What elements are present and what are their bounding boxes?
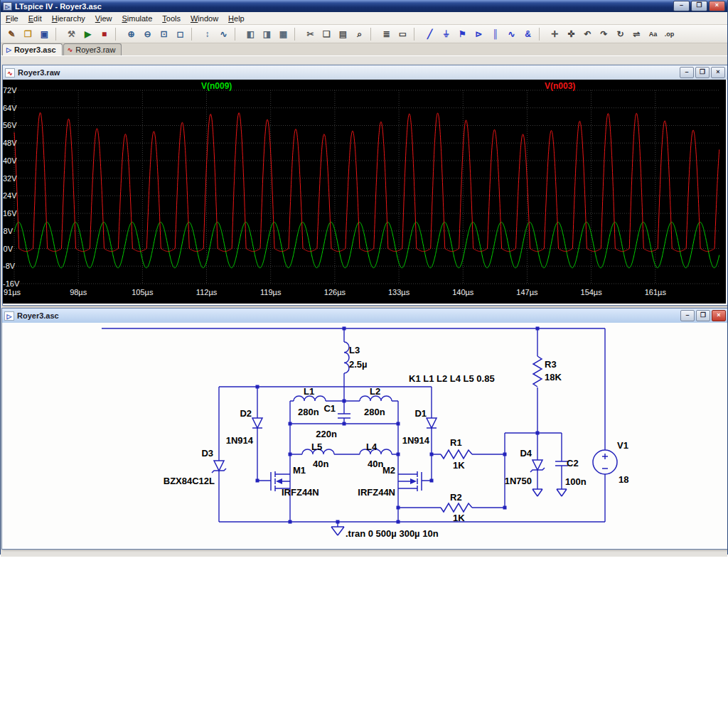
copy-button[interactable]: ❏: [319, 26, 334, 41]
wave-maximize-button[interactable]: ❐: [695, 67, 710, 78]
value-D1[interactable]: 1N914: [402, 435, 430, 446]
ground-symbol-main[interactable]: [331, 527, 344, 535]
control-panel-button[interactable]: ⚒: [64, 26, 79, 41]
text-button[interactable]: Aa: [646, 26, 660, 41]
schem-close-button[interactable]: ×: [712, 310, 726, 321]
ground-symbol-d4[interactable]: [532, 489, 542, 496]
redo-button[interactable]: ↷: [596, 26, 611, 41]
value-D3[interactable]: BZX84C12L: [164, 476, 215, 486]
component-D2[interactable]: [252, 418, 262, 428]
value-D2[interactable]: 1N914: [226, 435, 254, 446]
component-V1[interactable]: [593, 450, 617, 474]
component-R1[interactable]: [441, 450, 472, 459]
schematic-drawing[interactable]: L3 2.5µ K1 L1 L2 L4 L5 0.85 R3 18K L1 28…: [2, 323, 727, 547]
cut-button[interactable]: ✂: [303, 26, 318, 41]
menu-window[interactable]: Window: [186, 14, 223, 23]
component-R3[interactable]: [533, 356, 542, 387]
component-M2[interactable]: [398, 471, 422, 491]
label-D1[interactable]: D1: [414, 408, 427, 419]
zoom-out-button[interactable]: ⊖: [140, 26, 155, 41]
label-R1[interactable]: R1: [450, 437, 462, 448]
component-D1[interactable]: [427, 418, 437, 428]
draw-wire-button[interactable]: ╱: [422, 26, 437, 41]
place-ground-button[interactable]: ⏚: [439, 26, 454, 41]
label-D4[interactable]: D4: [520, 448, 532, 459]
cascade-windows-button[interactable]: ▦: [276, 26, 291, 41]
waveform-plot[interactable]: [3, 80, 726, 304]
mirror-button[interactable]: ⇌: [629, 26, 644, 41]
waveform-window-titlebar[interactable]: ∿ Royer3.raw – ❐ ×: [3, 65, 727, 80]
label-C1[interactable]: C1: [323, 403, 336, 414]
waveform-plot-area[interactable]: V(n009) V(n003) 72V64V56V48V40V32V24V16V…: [3, 80, 726, 304]
label-L3[interactable]: L3: [349, 345, 360, 355]
app-maximize-button[interactable]: ❐: [691, 1, 707, 11]
menu-tools[interactable]: Tools: [157, 14, 186, 23]
value-L4[interactable]: 40n: [368, 459, 383, 469]
app-titlebar[interactable]: ▷ LTspice IV - Royer3.asc – ❐ ×: [1, 0, 727, 12]
label-V1[interactable]: V1: [617, 440, 628, 451]
tab-royer3.raw[interactable]: ∿Royer3.raw: [63, 43, 122, 55]
schem-minimize-button[interactable]: –: [680, 310, 695, 321]
undo-button[interactable]: ↶: [580, 26, 595, 41]
menu-edit[interactable]: Edit: [23, 14, 47, 23]
label-D2[interactable]: D2: [240, 408, 252, 419]
value-L2[interactable]: 280n: [364, 407, 385, 417]
value-D4[interactable]: 1N750: [505, 476, 532, 486]
value-L5[interactable]: 40n: [313, 459, 328, 469]
tab-royer3.asc[interactable]: ▷Royer3.asc: [2, 43, 63, 55]
component-C1[interactable]: [338, 414, 350, 418]
schematic-window-titlebar[interactable]: ▷ Royer3.asc – ❐ ×: [2, 309, 727, 323]
label-R2[interactable]: R2: [450, 492, 462, 503]
tile-vertically-button[interactable]: ◨: [259, 26, 274, 41]
autorange-y-axis-button[interactable]: ↕: [200, 26, 215, 41]
trace-label-vn009[interactable]: V(n009): [201, 81, 232, 91]
value-L1[interactable]: 280n: [298, 407, 319, 417]
rotate-button[interactable]: ↻: [613, 26, 628, 41]
find-button[interactable]: ⌕: [352, 26, 367, 41]
new-schematic-button[interactable]: ✎: [4, 26, 19, 41]
label-L2[interactable]: L2: [370, 386, 380, 397]
place-capacitor-button[interactable]: ║: [488, 26, 503, 41]
zoom-full-extents-button[interactable]: ◻: [173, 26, 188, 41]
label-L4[interactable]: L4: [366, 441, 378, 452]
tile-horizontally-button[interactable]: ◧: [243, 26, 258, 41]
place-component-button[interactable]: &: [520, 26, 535, 41]
component-L2[interactable]: [360, 396, 392, 401]
spice-tran-directive[interactable]: .tran 0 500µ 300µ 10n: [346, 528, 439, 539]
ground-symbol-c2[interactable]: [557, 489, 567, 496]
place-label-button[interactable]: ⚑: [455, 26, 470, 41]
schematic-wires[interactable]: [102, 328, 605, 527]
wave-close-button[interactable]: ×: [711, 67, 725, 78]
value-R2[interactable]: 1K: [453, 513, 465, 523]
print-preview-button[interactable]: ≣: [379, 26, 394, 41]
value-M1[interactable]: IRFZ44N: [282, 487, 319, 498]
menu-simulate[interactable]: Simulate: [117, 14, 157, 23]
wave-minimize-button[interactable]: –: [680, 67, 694, 78]
value-R3[interactable]: 18K: [545, 372, 562, 382]
menu-view[interactable]: View: [90, 14, 117, 23]
open-file-button[interactable]: ❐: [21, 26, 36, 41]
component-L1[interactable]: [294, 396, 326, 401]
label-C2[interactable]: C2: [567, 458, 579, 469]
label-M1[interactable]: M1: [293, 465, 306, 476]
paste-button[interactable]: ▤: [336, 26, 350, 41]
component-D3[interactable]: [212, 461, 226, 473]
halt-simulation-button[interactable]: ■: [97, 26, 112, 41]
component-D4[interactable]: [530, 460, 545, 472]
zoom-in-button[interactable]: ⊕: [124, 26, 139, 41]
menu-file[interactable]: File: [1, 14, 23, 23]
label-L1[interactable]: L1: [304, 386, 314, 397]
spice-directive-button[interactable]: .op: [662, 26, 677, 41]
label-D3[interactable]: D3: [201, 448, 213, 459]
label-M2[interactable]: M2: [382, 465, 395, 476]
menu-help[interactable]: Help: [223, 14, 250, 23]
value-M2[interactable]: IRFZ44N: [358, 487, 395, 498]
print-button[interactable]: ▭: [395, 26, 410, 41]
value-L3[interactable]: 2.5µ: [349, 359, 368, 370]
app-close-button[interactable]: ×: [709, 1, 725, 11]
trace-label-vn003[interactable]: V(n003): [545, 81, 575, 91]
label-R3[interactable]: R3: [545, 359, 557, 370]
menu-hierarchy[interactable]: Hierarchy: [47, 14, 90, 23]
component-L3[interactable]: [344, 342, 349, 373]
value-C2[interactable]: 100n: [565, 476, 587, 487]
